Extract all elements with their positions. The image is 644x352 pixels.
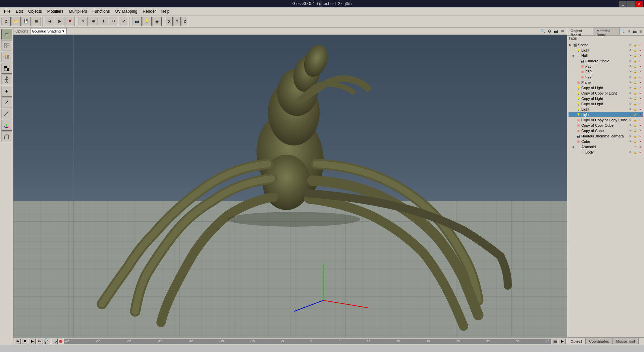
- list-item[interactable]: ▣ F39 👁 🔒 ✕: [569, 69, 643, 74]
- timeline-start-button[interactable]: ⏮: [15, 339, 21, 344]
- timeline-stop-button[interactable]: ⏹: [22, 339, 28, 344]
- delete-icon[interactable]: ✕: [638, 113, 643, 117]
- list-item[interactable]: 💡 Copy of Light - 👁 🔒 ✕: [569, 96, 643, 101]
- tab-coordinates[interactable]: Coordinates: [586, 338, 612, 344]
- select-tool-btn[interactable]: ◻: [1, 29, 12, 40]
- render-button[interactable]: ⊞: [32, 17, 41, 26]
- lock-icon[interactable]: 🔒: [633, 80, 638, 84]
- visibility-icon[interactable]: 👁: [628, 123, 633, 127]
- delete-icon[interactable]: ✕: [638, 43, 643, 47]
- list-item[interactable]: 💡 Light 👁 🔒 ✕: [569, 107, 643, 112]
- list-item[interactable]: 💡 Light 👁 🔒 ✕: [569, 112, 643, 117]
- list-item[interactable]: 💡 Copy of Light 👁 🔒 ✕: [569, 85, 643, 91]
- lock-icon[interactable]: 🔒: [633, 129, 638, 133]
- menu-functions[interactable]: Functions: [90, 8, 112, 14]
- viewport-search-icon[interactable]: 🔍: [540, 28, 546, 34]
- delete-icon[interactable]: ✕: [638, 123, 643, 127]
- shading-dropdown[interactable]: Gouraud Shading ▼: [30, 28, 67, 34]
- lock-icon[interactable]: 🔒: [633, 107, 638, 111]
- delete-icon[interactable]: ✕: [638, 139, 643, 143]
- rotate-button[interactable]: ↺: [109, 17, 118, 26]
- delete-icon[interactable]: ✕: [638, 91, 643, 95]
- delete-icon[interactable]: ✕: [638, 75, 643, 79]
- menu-file[interactable]: File: [1, 8, 13, 14]
- visibility-icon[interactable]: 👁: [628, 139, 633, 143]
- delete-icon[interactable]: ✕: [638, 107, 643, 111]
- delete-icon[interactable]: ✕: [638, 97, 643, 101]
- maximize-button[interactable]: □: [627, 1, 635, 7]
- timeline-icon2[interactable]: ▶: [559, 339, 566, 344]
- check-tool-btn[interactable]: [1, 63, 12, 74]
- delete-icon[interactable]: ✕: [638, 59, 643, 63]
- lock-icon[interactable]: 🔒: [633, 75, 638, 79]
- visibility-icon[interactable]: 👁: [628, 118, 633, 122]
- viewport-grid-icon[interactable]: ⊞: [559, 28, 565, 34]
- timeline-play-button[interactable]: ▶: [30, 339, 36, 344]
- knife-tool-btn[interactable]: [1, 109, 12, 119]
- visibility-icon[interactable]: 👁: [628, 129, 633, 133]
- timeline-zoom-out-button[interactable]: 🔍-: [52, 339, 58, 344]
- menu-multipliers[interactable]: Multipliers: [66, 8, 90, 14]
- tab-mouse-tool[interactable]: Mouse Tool: [613, 338, 639, 344]
- menu-edit[interactable]: Edit: [13, 8, 25, 14]
- cursor-tool-btn[interactable]: +: [1, 86, 12, 97]
- light-button[interactable]: 💡: [142, 17, 152, 26]
- delete-icon[interactable]: ✕: [638, 86, 643, 90]
- delete-icon[interactable]: ✕: [638, 102, 643, 106]
- list-item[interactable]: ▶ 🎬 Scene 👁 🔒 ✕: [569, 42, 643, 48]
- visibility-icon[interactable]: 👁: [628, 86, 633, 90]
- timeline-track[interactable]: -40 -35 -30 -25 -20 -15 -10 -5 0 5 10 15…: [64, 339, 551, 344]
- maximize-icon[interactable]: ⊞: [638, 29, 643, 34]
- null-toggle[interactable]: ▶: [573, 54, 576, 57]
- lock-icon[interactable]: 🔒: [633, 118, 638, 122]
- list-item[interactable]: ▣ F23 👁 🔒 ✕: [569, 64, 643, 69]
- axis3d-tool-btn[interactable]: [1, 120, 12, 131]
- delete-icon[interactable]: ✕: [638, 70, 643, 74]
- delete-icon[interactable]: ✕: [638, 54, 643, 58]
- move-button[interactable]: ✛: [99, 17, 108, 26]
- list-item[interactable]: ▣ F27 👁 🔒 ✕: [569, 74, 643, 80]
- visibility-icon[interactable]: 👁: [628, 97, 633, 101]
- tab-material-board[interactable]: Material Board: [593, 27, 620, 35]
- search-icon[interactable]: 🔍: [620, 29, 625, 34]
- sphere-button[interactable]: ◎: [152, 17, 162, 26]
- tab-object[interactable]: Object: [567, 338, 586, 344]
- arachnid-toggle[interactable]: ▶: [573, 145, 576, 149]
- lock-icon[interactable]: 🔒: [633, 139, 638, 143]
- visibility-icon[interactable]: 👁: [628, 54, 633, 58]
- visibility-icon[interactable]: 👁: [628, 43, 633, 47]
- visibility-icon[interactable]: 👁: [628, 91, 633, 95]
- new-button[interactable]: 🗋: [1, 17, 11, 26]
- viewport-settings-icon[interactable]: ⚙: [547, 28, 552, 34]
- lock-icon[interactable]: 🔒: [633, 48, 638, 52]
- visibility-icon[interactable]: 👁: [628, 64, 633, 68]
- lock-icon[interactable]: 🔒: [633, 102, 638, 106]
- visibility-icon[interactable]: 👁: [628, 59, 633, 63]
- lock-icon[interactable]: 🔒: [633, 59, 638, 63]
- timeline-zoom-in-button[interactable]: 🔍+: [44, 339, 50, 344]
- visibility-icon[interactable]: 👁: [628, 75, 633, 79]
- menu-modifiers[interactable]: Modifiers: [45, 8, 66, 14]
- delete-icon[interactable]: ✕: [638, 80, 643, 84]
- list-item[interactable]: 💡 Copy of Copy of Light 👁 🔒 ✕: [569, 91, 643, 96]
- x-axis-button[interactable]: X: [166, 17, 173, 26]
- menu-help[interactable]: Help: [159, 8, 172, 14]
- scene-toggle[interactable]: ▶: [569, 43, 573, 47]
- magnet-tool-btn[interactable]: [1, 131, 12, 142]
- settings-icon[interactable]: ⚙: [626, 29, 631, 34]
- delete-icon[interactable]: ✕: [638, 150, 643, 154]
- undo-button[interactable]: ◀: [45, 17, 54, 26]
- add-button[interactable]: ⊕: [89, 17, 98, 26]
- menu-render[interactable]: Render: [140, 8, 159, 14]
- visibility-icon[interactable]: 👁: [628, 80, 633, 84]
- lock-icon[interactable]: 🔒: [633, 54, 638, 58]
- z-axis-button[interactable]: Z: [181, 17, 189, 26]
- 3d-viewport[interactable]: [13, 35, 567, 337]
- lock-icon[interactable]: 🔒: [633, 91, 638, 95]
- delete-button[interactable]: ✕: [65, 17, 74, 26]
- list-item[interactable]: ▣ Copy of Copy Cube 👁 🔒 ✕: [569, 123, 643, 128]
- delete-icon[interactable]: ✕: [638, 48, 643, 52]
- check2-tool-btn[interactable]: ✓: [1, 97, 12, 108]
- delete-icon[interactable]: ✕: [638, 129, 643, 133]
- lock-icon[interactable]: 🔒: [633, 113, 638, 117]
